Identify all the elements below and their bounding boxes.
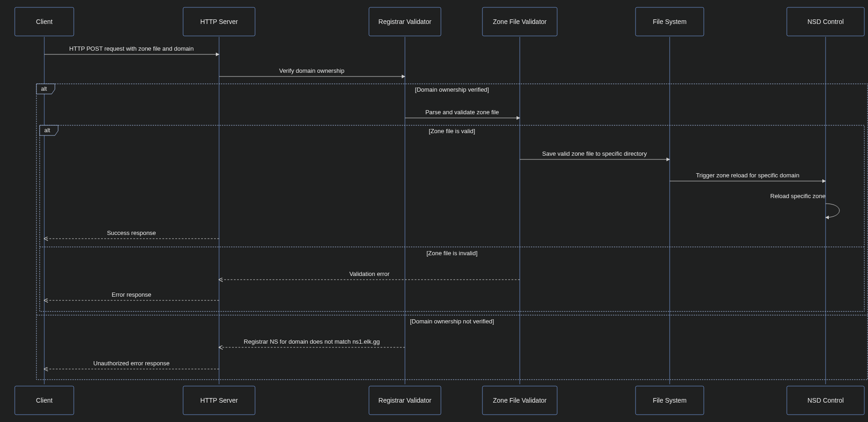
label-actor-registrar: Registrar Validator [379,18,432,25]
label-actor-zonefile-bottom: Zone File Validator [493,397,547,404]
msg-text-m2: Verify domain ownership [279,67,345,74]
label-actor-nsd-bottom: NSD Control [808,397,844,404]
label-actor-httpserver: HTTP Server [200,18,238,25]
actor-nsd-top: NSD Control [787,7,864,36]
msg-text-m7: Success response [107,229,156,236]
actor-filesystem-top: File System [636,7,704,36]
actor-registrar-bottom: Registrar Validator [369,386,441,415]
cond-domain-verified: [Domain ownership verified] [415,86,489,93]
msg-text-m10: Registrar NS for domain does not match n… [244,338,380,345]
actor-zonefile-top: Zone File Validator [482,7,557,36]
label-actor-httpserver-bottom: HTTP Server [200,397,238,404]
alt-inner-rect [40,125,864,311]
label-actor-filesystem-bottom: File System [653,397,686,404]
label-actor-registrar-bottom: Registrar Validator [379,397,432,404]
msg-text-m3: Parse and validate zone file [425,109,499,116]
label-actor-nsd: NSD Control [808,18,844,25]
alt-outer-label: alt [41,86,47,92]
alt-inner-label: alt [44,127,50,134]
actor-zonefile-bottom: Zone File Validator [482,386,557,415]
actor-httpserver-bottom: HTTP Server [183,386,255,415]
actor-httpserver-top: HTTP Server [183,7,255,36]
msg-text-m8: Validation error [349,270,390,277]
msg-line-m6 [826,204,839,217]
actor-nsd-bottom: NSD Control [787,386,864,415]
actor-client-top: Client [15,7,74,36]
cond-zone-invalid: [Zone file is invalid] [427,250,478,257]
msg-text-m11: Unauthorized error response [93,360,169,367]
label-actor-client: Client [36,18,53,25]
label-actor-zonefile: Zone File Validator [493,18,547,25]
actor-filesystem-bottom: File System [636,386,704,415]
msg-text-m6: Reload specific zone [770,193,826,199]
cond-zone-valid: [Zone file is valid] [429,128,475,135]
msg-text-m1: HTTP POST request with zone file and dom… [69,45,194,52]
msg-text-m4: Save valid zone file to specific directo… [542,150,647,157]
actor-registrar-top: Registrar Validator [369,7,441,36]
msg-text-m9: Error response [112,291,151,298]
label-actor-client-bottom: Client [36,397,53,404]
actor-client-bottom: Client [15,386,74,415]
label-actor-filesystem: File System [653,18,686,25]
cond-domain-not-verified: [Domain ownership not verified] [410,318,494,325]
msg-text-m5: Trigger zone reload for specific domain [696,172,799,179]
